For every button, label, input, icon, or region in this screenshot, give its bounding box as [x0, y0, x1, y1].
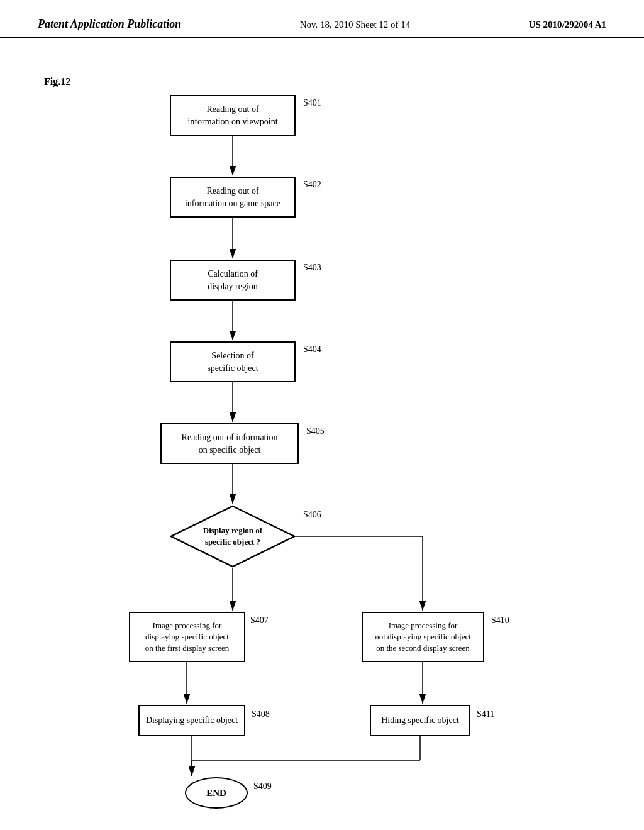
s411-box: Hiding specific object: [370, 705, 470, 736]
s406-text: Display region of specific object ?: [203, 525, 262, 548]
s410-label: S410: [491, 616, 509, 626]
s410-text: Image processing for not displaying spec…: [375, 620, 471, 655]
s402-box: Reading out of information on game space: [170, 177, 296, 218]
s408-text: Displaying specific object: [146, 714, 238, 727]
s406-label: S406: [303, 510, 321, 520]
s401-text: Reading out of information on viewpoint: [187, 103, 277, 128]
s402-label: S402: [303, 180, 321, 190]
s408-box: Displaying specific object: [138, 705, 245, 736]
s408-label: S408: [252, 709, 270, 719]
header-center: Nov. 18, 2010 Sheet 12 of 14: [300, 19, 411, 30]
s409-oval: END: [185, 777, 248, 809]
s411-label: S411: [477, 709, 494, 719]
s404-label: S404: [303, 345, 321, 355]
s403-box: Calculation of display region: [170, 260, 296, 301]
flow-arrows: [0, 38, 644, 805]
s401-box: Reading out of information on viewpoint: [170, 95, 296, 136]
s407-box: Image processing for displaying specific…: [129, 612, 245, 662]
s409-text: END: [206, 788, 226, 799]
header-right: US 2010/292004 A1: [529, 19, 606, 30]
s405-label: S405: [306, 426, 325, 436]
s410-box: Image processing for not displaying spec…: [362, 612, 484, 662]
s404-text: Selection of specific object: [207, 350, 258, 374]
s407-label: S407: [250, 616, 269, 626]
s405-text: Reading out of information on specific o…: [182, 431, 278, 456]
s411-text: Hiding specific object: [381, 714, 459, 727]
s403-label: S403: [303, 263, 321, 273]
s407-text: Image processing for displaying specific…: [145, 620, 230, 655]
s405-box: Reading out of information on specific o…: [160, 423, 299, 464]
header-left: Patent Application Publication: [38, 18, 181, 31]
s402-text: Reading out of information on game space: [185, 185, 280, 209]
s403-text: Calculation of display region: [208, 268, 258, 292]
s401-label: S401: [303, 98, 321, 108]
s404-box: Selection of specific object: [170, 341, 296, 382]
fig-label: Fig.12: [44, 76, 70, 87]
s406-diamond: Display region of specific object ?: [170, 505, 296, 568]
page-header: Patent Application Publication Nov. 18, …: [0, 0, 644, 38]
s409-label: S409: [253, 782, 272, 792]
diagram-container: Fig.12 Reading out of information on vie…: [0, 38, 644, 805]
